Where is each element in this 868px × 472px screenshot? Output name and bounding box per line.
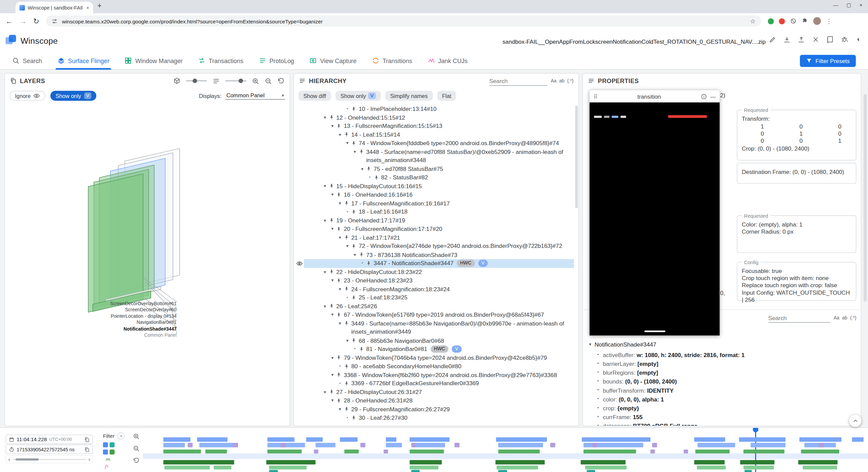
scroll-left-icon[interactable]: ‹	[8, 456, 10, 462]
nav-tab-transitions[interactable]: Transitions	[372, 52, 412, 70]
timeline-segment-green-light[interactable]	[214, 466, 231, 469]
pin-icon[interactable]	[351, 295, 356, 300]
profile-avatar[interactable]	[813, 17, 821, 25]
pin-icon[interactable]	[329, 389, 334, 395]
hierarchy-search-input[interactable]	[489, 76, 547, 85]
documentation-icon[interactable]	[827, 36, 834, 43]
collapse-arrow-icon[interactable]: ▾	[344, 139, 351, 148]
extensions-puzzle-icon[interactable]	[802, 18, 808, 24]
show-diff-button[interactable]: Show diff	[298, 91, 331, 101]
pin-icon[interactable]	[343, 235, 349, 240]
url-bar[interactable]: winscope.teams.x20web.corp.google.com/pr…	[46, 16, 761, 27]
ignore-button[interactable]: Ignore	[9, 91, 46, 101]
tree-node[interactable]: •3447 - NotificationShade#3447HWCV	[294, 259, 574, 268]
browser-menu-icon[interactable]: ⋮	[826, 17, 832, 24]
page-scrollbar[interactable]	[864, 94, 867, 302]
nav-tab-view-capture[interactable]: View Capture	[310, 52, 357, 70]
timeline-segment-purple-2[interactable]	[650, 450, 655, 453]
filter-presets-button[interactable]: Filter Presets	[800, 55, 856, 67]
tree-node[interactable]: ▾75 - ed70f88 StatusBar#75	[294, 165, 574, 173]
site-controls-icon[interactable]	[52, 18, 58, 24]
timeline-segment-blue-2[interactable]	[315, 443, 336, 447]
pin-icon[interactable]	[351, 338, 356, 343]
dark-mode-icon[interactable]: ◐	[855, 36, 862, 43]
trace-toggle-surfaceflinger-icon[interactable]	[103, 442, 108, 447]
pin-icon[interactable]	[343, 363, 349, 369]
tree-node[interactable]: ▾22 - HideDisplayCutout:18:23#22	[294, 268, 574, 276]
layer-label[interactable]: NavigationBar0#81	[5, 319, 177, 326]
timeline-segment-green-dark[interactable]	[163, 460, 234, 465]
timeline-segment-blue-1[interactable]	[386, 437, 397, 442]
timeline-segment-green-dark[interactable]	[798, 460, 837, 465]
pin-icon[interactable]	[366, 260, 371, 266]
tree-node[interactable]: ▾29 - FullscreenMagnification:26:27#29	[294, 405, 574, 413]
layer-label[interactable]: ScreenDecorOverlayBottom#61	[5, 301, 177, 307]
drag-handle-icon[interactable]: ⠿	[593, 93, 597, 99]
selected-node-row[interactable]: ▾ NotificationShade#3447	[587, 341, 656, 348]
reload-button[interactable]: ↻	[33, 17, 39, 25]
tree-node[interactable]: ▾3448 - Surface(name=ed70f88 StatusBar)/…	[294, 148, 574, 165]
collapse-arrow-icon[interactable]: ▾	[337, 319, 343, 328]
pin-icon[interactable]	[343, 406, 349, 412]
zoom-in-icon[interactable]	[252, 77, 259, 84]
property-item[interactable]: •dataspace: BT709 sRGB Full range	[597, 421, 857, 426]
download-icon[interactable]	[783, 36, 790, 43]
properties-search-input[interactable]	[768, 313, 830, 322]
collapse-arrow-icon[interactable]: ▾	[359, 165, 366, 173]
tree-node[interactable]: ▾19 - OneHanded:17:17#19	[294, 216, 574, 225]
tree-node[interactable]: •30 - Leaf:26:27#30	[294, 414, 574, 422]
nav-tab-protolog[interactable]: ProtoLog	[259, 52, 294, 70]
timeline-segment-green-light[interactable]	[164, 466, 210, 469]
collapse-arrow-icon[interactable]: ▾	[344, 242, 351, 250]
bug-report-icon[interactable]	[841, 36, 848, 43]
pin-icon[interactable]	[343, 320, 349, 326]
timeline-canvas[interactable]	[143, 428, 868, 472]
timeline-segment-green-dark[interactable]	[581, 460, 626, 465]
timeline-segment-green-light[interactable]	[803, 466, 837, 469]
property-item[interactable]: •blurRegions: [empty]	[597, 368, 857, 377]
info-icon[interactable]	[701, 93, 707, 99]
search-option-icon[interactable]: ab	[559, 78, 564, 83]
simplify-names-button[interactable]: Simplify names	[385, 91, 433, 101]
browser-tab[interactable]: Winscope | sandbox-FAIl ×	[16, 2, 93, 13]
copy-icon[interactable]	[84, 447, 90, 452]
timeline-segment-teal[interactable]	[269, 470, 278, 472]
search-option-icon[interactable]: ab	[842, 315, 847, 320]
tree-node[interactable]: ▾13 - FullscreenMagnification:15:15#13	[294, 122, 574, 130]
timeline-segment-blue-2[interactable]	[199, 443, 234, 447]
timeline-segment-green-dark[interactable]	[694, 460, 725, 465]
timeline-segment-purple-1[interactable]	[281, 443, 286, 447]
property-item[interactable]: •barrierLayer: [empty]	[597, 359, 857, 368]
nav-tab-window-manager[interactable]: Window Manager	[125, 52, 183, 70]
timeline-segment-blue-2[interactable]	[163, 443, 185, 447]
tree-node[interactable]: ▾73 - 8736138 NotificationShade#73	[294, 251, 574, 259]
pin-icon[interactable]	[351, 106, 356, 112]
pin-icon[interactable]	[329, 115, 334, 120]
timeline-segment-blue-1[interactable]	[197, 437, 228, 442]
collapse-arrow-icon[interactable]: ▾	[587, 341, 593, 347]
layer-label[interactable]: NotificationShade#3447	[5, 326, 177, 332]
collapse-arrow-icon[interactable]: ▾	[322, 216, 328, 225]
timeline-segment-green-light[interactable]	[269, 466, 307, 469]
pin-icon[interactable]	[343, 200, 349, 206]
timeline-segment-teal[interactable]	[745, 470, 752, 472]
upload-icon[interactable]	[798, 36, 805, 43]
timeline-segment-blue-2[interactable]	[697, 443, 735, 447]
pin-icon[interactable]	[329, 303, 334, 309]
timeline-segment-purple-1[interactable]	[360, 443, 366, 447]
pin-icon[interactable]	[366, 166, 371, 172]
pin-icon[interactable]	[343, 380, 349, 386]
collapse-filter-button[interactable]	[117, 432, 124, 439]
collapse-arrow-icon[interactable]: ▾	[337, 405, 343, 413]
pin-icon[interactable]	[358, 149, 364, 154]
timeline-segment-green-1[interactable]	[163, 450, 201, 453]
transition-window[interactable]: ⠿ transition —	[590, 90, 720, 335]
extension-icon-green[interactable]	[768, 18, 774, 24]
collapse-arrow-icon[interactable]: ▾	[329, 353, 335, 362]
timeline-segment-blue-2[interactable]	[498, 443, 543, 447]
timeline-segment-green-light[interactable]	[743, 466, 774, 469]
tree-node[interactable]: ▾14 - Leaf:15:15#14	[294, 130, 574, 139]
pin-icon[interactable]	[336, 278, 341, 283]
collapse-arrow-icon[interactable]: ▾	[322, 388, 328, 396]
timeline-segment-blue-1[interactable]	[410, 437, 450, 442]
